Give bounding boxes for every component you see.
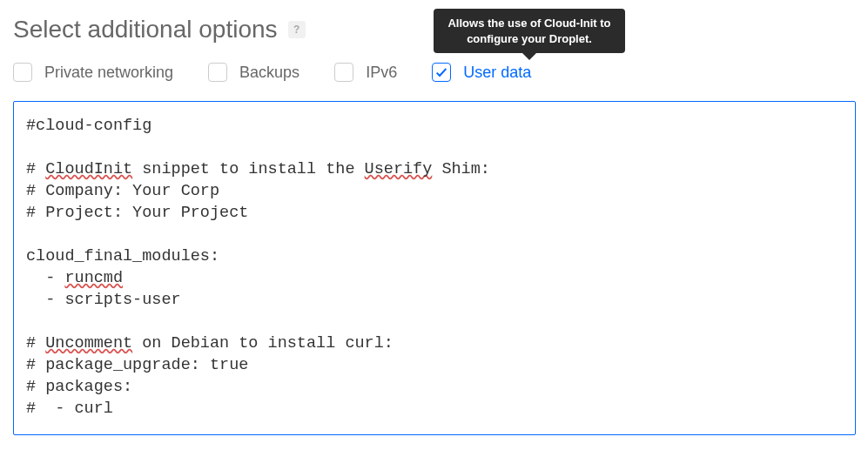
backups-label: Backups <box>239 64 299 82</box>
checkbox-icon <box>13 63 32 82</box>
ipv6-label: IPv6 <box>366 64 397 82</box>
code-content: #cloud-config # CloudInit snippet to ins… <box>26 116 843 420</box>
checkbox-icon <box>208 63 227 82</box>
private-networking-option[interactable]: Private networking <box>13 63 173 82</box>
ipv6-option[interactable]: IPv6 <box>334 63 397 82</box>
user-data-textarea[interactable]: #cloud-config # CloudInit snippet to ins… <box>13 101 856 435</box>
user-data-tooltip: Allows the use of Cloud-Init to configur… <box>434 9 625 53</box>
private-networking-label: Private networking <box>44 64 173 82</box>
user-data-label: User data <box>463 64 531 82</box>
checkbox-checked-icon <box>432 63 451 82</box>
page-title: Select additional options <box>13 16 278 44</box>
checkbox-icon <box>334 63 353 82</box>
backups-option[interactable]: Backups <box>208 63 299 82</box>
help-icon[interactable]: ? <box>288 21 306 38</box>
user-data-option[interactable]: User data <box>432 63 531 82</box>
